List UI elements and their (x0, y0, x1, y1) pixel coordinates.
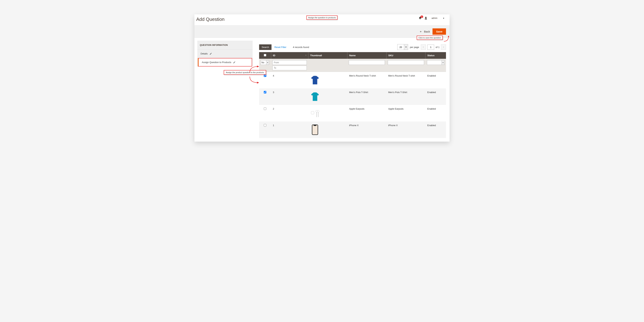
pager: of 1 (421, 44, 446, 50)
callout-arrow-upper-icon (249, 65, 260, 74)
back-label: Back (424, 30, 430, 33)
caret-down-icon: ▼ (405, 46, 407, 48)
product-thumbnail (310, 124, 320, 136)
per-page-label: per page (410, 46, 419, 48)
grid-toolbar: Search Reset Filter 4 records found ▼ pe… (259, 44, 446, 50)
arrow-left-icon (420, 30, 422, 33)
cell-id: 1 (271, 122, 308, 138)
filter-checkbox-select[interactable]: No ▼ (260, 60, 269, 65)
sidebar-item-label: Assign Question to Products (202, 61, 231, 64)
table-row[interactable]: 4Men's Round Neck T-shirtMen's Round Nec… (259, 72, 446, 88)
table-row[interactable]: 1iPhone XiPhone XEnabled (259, 122, 446, 138)
select-all-checkbox[interactable] (264, 54, 266, 56)
header-actions: 1 admin ▼ (418, 16, 446, 20)
filter-row: No ▼ (259, 59, 446, 72)
cell-sku: Apple Earpods (386, 105, 426, 122)
cell-id: 4 (271, 72, 308, 88)
filter-name[interactable] (349, 60, 385, 65)
reset-filter-link[interactable]: Reset Filter (274, 46, 286, 48)
row-checkbox[interactable] (264, 124, 266, 126)
table-header: ID↑ Thumbnail Name SKU Status (259, 52, 446, 59)
main-content: QUESTION INFORMATION Details Assign Ques… (194, 38, 450, 142)
svg-rect-0 (311, 111, 314, 114)
sidebar-item-details[interactable]: Details (197, 50, 253, 58)
back-button[interactable]: Back (420, 30, 430, 33)
cell-thumbnail (308, 88, 347, 105)
table-row[interactable]: 3Men's Polo T-ShirtMen's Polo T-ShirtEna… (259, 88, 446, 105)
toolbar-left: Search Reset Filter 4 records found (259, 44, 309, 50)
notifications-button[interactable]: 1 (418, 16, 422, 20)
col-status[interactable]: Status (426, 52, 446, 59)
products-table: ID↑ Thumbnail Name SKU Status No ▼ (259, 52, 446, 138)
per-page-select[interactable]: ▼ (397, 44, 408, 50)
callout-arrow-lower-icon (249, 76, 260, 84)
cell-sku: iPhone X (386, 122, 426, 138)
user-icon[interactable] (424, 16, 428, 20)
filter-id-from[interactable] (272, 60, 307, 65)
cell-name: Men's Polo T-Shirt (347, 88, 386, 105)
cell-status: Enabled (426, 88, 446, 105)
question-info-panel: QUESTION INFORMATION Details Assign Ques… (197, 40, 253, 66)
page-header: Add Question Assign the question to prod… (194, 14, 450, 26)
next-page-button[interactable] (441, 44, 446, 50)
sidebar-item-label: Details (200, 52, 208, 55)
cell-thumbnail (308, 105, 347, 122)
cell-status: Enabled (426, 122, 446, 138)
page-number-input[interactable] (427, 44, 434, 50)
col-sku[interactable]: SKU (386, 52, 426, 59)
svg-point-2 (317, 110, 319, 112)
admin-account-dropdown[interactable]: admin ▼ (430, 17, 446, 20)
toolbar-right: ▼ per page of 1 (397, 44, 446, 50)
filter-status-value (427, 60, 442, 65)
pencil-icon (233, 61, 236, 64)
save-button[interactable]: Save (432, 28, 446, 35)
filter-sku[interactable] (388, 60, 424, 65)
app-window: Add Question Assign the question to prod… (194, 14, 450, 142)
cell-thumbnail (308, 122, 347, 138)
svg-rect-5 (314, 125, 316, 126)
row-checkbox[interactable] (264, 91, 266, 94)
col-thumbnail: Thumbnail (308, 52, 347, 59)
records-found-label: 4 records found (293, 46, 309, 48)
svg-rect-4 (312, 125, 318, 134)
prev-page-button[interactable] (421, 44, 426, 50)
col-name[interactable]: Name (347, 52, 386, 59)
callout-assign-top: Assign the question to products (306, 16, 338, 20)
cell-sku: Men's Round Neck T-shirt (386, 72, 426, 88)
cell-name: iPhone X (347, 122, 386, 138)
chevron-left-icon (422, 46, 424, 48)
table-row[interactable]: 2Apple EarpodsApple EarpodsEnabled (259, 105, 446, 122)
page-of-label: of 1 (436, 46, 440, 48)
notification-badge: 1 (420, 16, 423, 18)
cell-status: Enabled (426, 72, 446, 88)
per-page-value[interactable] (398, 45, 404, 50)
caret-down-icon: ▼ (266, 60, 269, 65)
caret-down-icon: ▼ (443, 17, 444, 19)
filter-id-to[interactable] (272, 66, 307, 70)
page-title: Add Question (196, 16, 224, 22)
filter-checkbox-value: No (261, 60, 266, 65)
col-id[interactable]: ID↑ (271, 52, 308, 59)
cell-id: 3 (271, 88, 308, 105)
product-thumbnail (310, 108, 320, 119)
action-bar: Back Save Click to save the question (194, 26, 450, 38)
cell-name: Men's Round Neck T-shirt (347, 72, 386, 88)
filter-status-select[interactable]: ▼ (427, 60, 444, 65)
caret-down-icon: ▼ (442, 60, 444, 65)
cell-name: Apple Earpods (347, 105, 386, 122)
per-page-dropdown-button[interactable]: ▼ (404, 44, 408, 50)
pencil-icon (210, 52, 212, 55)
sidebar-item-assign[interactable]: Assign Question to Products (198, 58, 252, 66)
cell-status: Enabled (426, 105, 446, 122)
cell-id: 2 (271, 105, 308, 122)
admin-label: admin (432, 17, 437, 20)
cell-sku: Men's Polo T-Shirt (386, 88, 426, 105)
panel-title: QUESTION INFORMATION (197, 40, 253, 50)
search-button[interactable]: Search (259, 44, 272, 50)
sort-asc-icon: ↑ (305, 54, 306, 56)
product-thumbnail (310, 74, 320, 86)
content-area: Assign the product question to the produ… (256, 38, 450, 142)
sidebar: QUESTION INFORMATION Details Assign Ques… (194, 38, 256, 142)
row-checkbox[interactable] (264, 108, 266, 110)
cell-thumbnail (308, 72, 347, 88)
